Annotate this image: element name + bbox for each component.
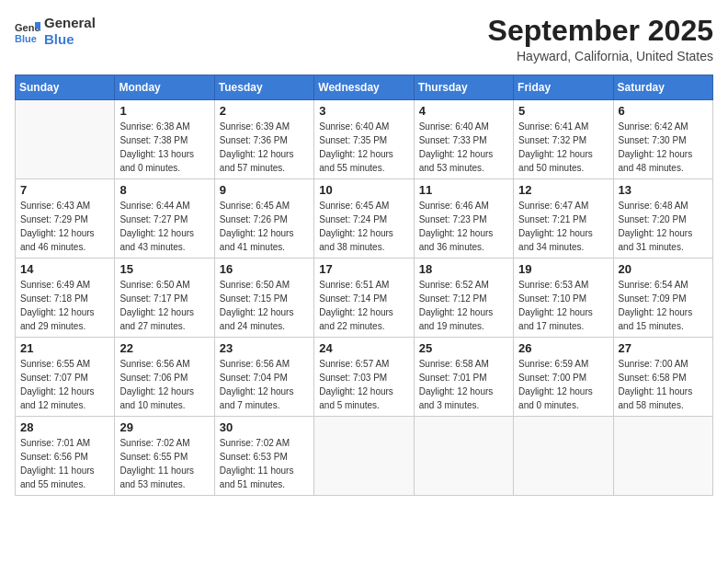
day-info: Sunrise: 6:40 AMSunset: 7:33 PMDaylight:… — [419, 120, 508, 175]
day-number: 22 — [119, 341, 209, 355]
day-info: Sunrise: 6:55 AMSunset: 7:07 PMDaylight:… — [20, 357, 109, 412]
week-row-0: 1Sunrise: 6:38 AMSunset: 7:38 PMDaylight… — [16, 100, 713, 179]
weekday-header-thursday: Thursday — [414, 75, 513, 100]
day-cell: 27Sunrise: 7:00 AMSunset: 6:58 PMDayligh… — [613, 338, 712, 417]
day-cell: 25Sunrise: 6:58 AMSunset: 7:01 PMDayligh… — [414, 338, 513, 417]
day-number: 21 — [20, 341, 109, 355]
logo: General Blue General Blue — [15, 15, 96, 48]
weekday-header-saturday: Saturday — [613, 75, 712, 100]
day-number: 8 — [119, 183, 209, 197]
title-area: September 2025 Hayward, California, Unit… — [488, 15, 713, 63]
day-number: 20 — [619, 262, 708, 276]
day-cell — [613, 417, 712, 496]
day-cell: 23Sunrise: 6:56 AMSunset: 7:04 PMDayligh… — [214, 338, 313, 417]
day-info: Sunrise: 6:41 AMSunset: 7:32 PMDaylight:… — [518, 120, 608, 175]
day-number: 1 — [119, 104, 209, 118]
day-cell — [314, 417, 414, 496]
day-number: 23 — [220, 341, 309, 355]
day-cell: 21Sunrise: 6:55 AMSunset: 7:07 PMDayligh… — [16, 338, 115, 417]
logo-text-general: General — [44, 15, 96, 31]
weekday-header-row: SundayMondayTuesdayWednesdayThursdayFrid… — [16, 75, 713, 100]
day-cell: 20Sunrise: 6:54 AMSunset: 7:09 PMDayligh… — [613, 259, 712, 338]
day-number: 13 — [619, 183, 708, 197]
weekday-header-sunday: Sunday — [16, 75, 115, 100]
day-info: Sunrise: 6:59 AMSunset: 7:00 PMDaylight:… — [518, 357, 608, 412]
week-row-4: 28Sunrise: 7:01 AMSunset: 6:56 PMDayligh… — [16, 417, 713, 496]
day-number: 3 — [319, 104, 408, 118]
day-number: 15 — [119, 262, 209, 276]
day-info: Sunrise: 6:46 AMSunset: 7:23 PMDaylight:… — [419, 199, 508, 254]
day-cell: 6Sunrise: 6:42 AMSunset: 7:30 PMDaylight… — [613, 100, 712, 179]
day-number: 24 — [319, 341, 408, 355]
day-number: 25 — [419, 341, 508, 355]
day-cell: 17Sunrise: 6:51 AMSunset: 7:14 PMDayligh… — [314, 259, 414, 338]
day-cell: 8Sunrise: 6:44 AMSunset: 7:27 PMDaylight… — [115, 179, 214, 259]
day-info: Sunrise: 6:56 AMSunset: 7:04 PMDaylight:… — [220, 357, 309, 412]
day-number: 14 — [20, 262, 109, 276]
day-info: Sunrise: 6:45 AMSunset: 7:24 PMDaylight:… — [319, 199, 408, 254]
week-row-2: 14Sunrise: 6:49 AMSunset: 7:18 PMDayligh… — [16, 259, 713, 338]
day-number: 12 — [518, 183, 608, 197]
day-info: Sunrise: 7:01 AMSunset: 6:56 PMDaylight:… — [20, 436, 109, 491]
day-info: Sunrise: 6:45 AMSunset: 7:26 PMDaylight:… — [220, 199, 309, 254]
day-info: Sunrise: 6:50 AMSunset: 7:15 PMDaylight:… — [220, 278, 309, 333]
day-info: Sunrise: 6:53 AMSunset: 7:10 PMDaylight:… — [518, 278, 608, 333]
day-number: 26 — [518, 341, 608, 355]
day-cell: 12Sunrise: 6:47 AMSunset: 7:21 PMDayligh… — [514, 179, 613, 259]
day-cell: 14Sunrise: 6:49 AMSunset: 7:18 PMDayligh… — [16, 259, 115, 338]
day-cell: 4Sunrise: 6:40 AMSunset: 7:33 PMDaylight… — [414, 100, 513, 179]
day-number: 5 — [518, 104, 608, 118]
month-title: September 2025 — [488, 15, 713, 47]
day-cell: 3Sunrise: 6:40 AMSunset: 7:35 PMDaylight… — [314, 100, 414, 179]
weekday-header-wednesday: Wednesday — [314, 75, 414, 100]
day-info: Sunrise: 6:43 AMSunset: 7:29 PMDaylight:… — [20, 199, 109, 254]
day-info: Sunrise: 6:40 AMSunset: 7:35 PMDaylight:… — [319, 120, 408, 175]
header-area: General Blue General Blue September 2025… — [15, 15, 713, 63]
day-cell: 19Sunrise: 6:53 AMSunset: 7:10 PMDayligh… — [514, 259, 613, 338]
day-cell: 13Sunrise: 6:48 AMSunset: 7:20 PMDayligh… — [613, 179, 712, 259]
day-info: Sunrise: 6:38 AMSunset: 7:38 PMDaylight:… — [119, 120, 209, 175]
week-row-3: 21Sunrise: 6:55 AMSunset: 7:07 PMDayligh… — [16, 338, 713, 417]
day-info: Sunrise: 6:54 AMSunset: 7:09 PMDaylight:… — [619, 278, 708, 333]
day-cell: 29Sunrise: 7:02 AMSunset: 6:55 PMDayligh… — [115, 417, 214, 496]
day-cell: 9Sunrise: 6:45 AMSunset: 7:26 PMDaylight… — [214, 179, 313, 259]
day-cell — [414, 417, 513, 496]
day-cell — [514, 417, 613, 496]
day-cell: 28Sunrise: 7:01 AMSunset: 6:56 PMDayligh… — [16, 417, 115, 496]
day-info: Sunrise: 6:51 AMSunset: 7:14 PMDaylight:… — [319, 278, 408, 333]
day-number: 19 — [518, 262, 608, 276]
day-info: Sunrise: 6:42 AMSunset: 7:30 PMDaylight:… — [619, 120, 708, 175]
svg-text:Blue: Blue — [15, 33, 37, 44]
day-info: Sunrise: 6:44 AMSunset: 7:27 PMDaylight:… — [119, 199, 209, 254]
day-cell: 24Sunrise: 6:57 AMSunset: 7:03 PMDayligh… — [314, 338, 414, 417]
day-number: 2 — [220, 104, 309, 118]
day-number: 29 — [119, 420, 209, 434]
location-title: Hayward, California, United States — [488, 49, 713, 63]
day-cell: 30Sunrise: 7:02 AMSunset: 6:53 PMDayligh… — [214, 417, 313, 496]
day-cell: 11Sunrise: 6:46 AMSunset: 7:23 PMDayligh… — [414, 179, 513, 259]
day-info: Sunrise: 6:52 AMSunset: 7:12 PMDaylight:… — [419, 278, 508, 333]
day-info: Sunrise: 7:02 AMSunset: 6:55 PMDaylight:… — [119, 436, 209, 491]
weekday-header-tuesday: Tuesday — [214, 75, 313, 100]
day-cell: 22Sunrise: 6:56 AMSunset: 7:06 PMDayligh… — [115, 338, 214, 417]
calendar-table: SundayMondayTuesdayWednesdayThursdayFrid… — [15, 75, 713, 496]
day-info: Sunrise: 7:00 AMSunset: 6:58 PMDaylight:… — [619, 357, 708, 412]
day-number: 16 — [220, 262, 309, 276]
day-cell: 1Sunrise: 6:38 AMSunset: 7:38 PMDaylight… — [115, 100, 214, 179]
day-number: 30 — [220, 420, 309, 434]
day-cell: 18Sunrise: 6:52 AMSunset: 7:12 PMDayligh… — [414, 259, 513, 338]
day-cell — [16, 100, 115, 179]
day-info: Sunrise: 6:57 AMSunset: 7:03 PMDaylight:… — [319, 357, 408, 412]
day-info: Sunrise: 6:58 AMSunset: 7:01 PMDaylight:… — [419, 357, 508, 412]
calendar-body: 1Sunrise: 6:38 AMSunset: 7:38 PMDaylight… — [16, 100, 713, 496]
day-cell: 7Sunrise: 6:43 AMSunset: 7:29 PMDaylight… — [16, 179, 115, 259]
week-row-1: 7Sunrise: 6:43 AMSunset: 7:29 PMDaylight… — [16, 179, 713, 259]
day-number: 7 — [20, 183, 109, 197]
day-number: 4 — [419, 104, 508, 118]
day-number: 27 — [619, 341, 708, 355]
day-cell: 16Sunrise: 6:50 AMSunset: 7:15 PMDayligh… — [214, 259, 313, 338]
day-number: 10 — [319, 183, 408, 197]
day-cell: 2Sunrise: 6:39 AMSunset: 7:36 PMDaylight… — [214, 100, 313, 179]
day-info: Sunrise: 7:02 AMSunset: 6:53 PMDaylight:… — [220, 436, 309, 491]
day-cell: 26Sunrise: 6:59 AMSunset: 7:00 PMDayligh… — [514, 338, 613, 417]
